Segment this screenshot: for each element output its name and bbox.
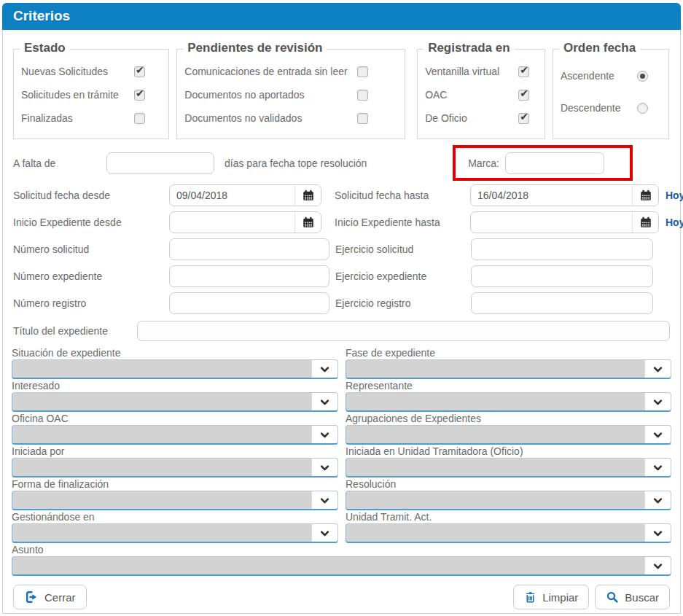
- calendar-icon: [302, 189, 315, 202]
- sign-out-icon: [24, 590, 39, 604]
- checkbox-comunicaciones-sin-leer[interactable]: [357, 66, 368, 77]
- chevron-down-icon: [319, 495, 330, 506]
- checkbox-label: De Oficio: [425, 112, 467, 124]
- select-label: Situación de expediente: [12, 347, 338, 359]
- select-asunto[interactable]: [12, 556, 671, 576]
- select-resolucion[interactable]: [346, 491, 671, 510]
- checkbox-documentos-no-validados[interactable]: [357, 113, 368, 124]
- numero-registro-input[interactable]: [169, 292, 329, 314]
- chevron-down-icon: [319, 462, 330, 473]
- chevron-down-icon: [652, 462, 663, 473]
- fieldset-registrada-en: Registrada en Ventanilla virtual OAC De …: [417, 49, 545, 139]
- fieldset-legend: Estado: [20, 41, 70, 55]
- field-label: Ejercicio expediente: [335, 270, 471, 282]
- select-iniciada-unidad-tramitadora[interactable]: [346, 458, 671, 477]
- solicitud-fecha-desde-input[interactable]: [170, 185, 294, 206]
- chevron-down-icon: [319, 528, 330, 539]
- checkbox-label: Documentos no validados: [184, 112, 302, 124]
- a-falta-row: A falta de días para fecha tope resoluci…: [3, 147, 680, 180]
- radio-ascendente[interactable]: [637, 71, 648, 82]
- checkbox-oac[interactable]: [518, 90, 529, 101]
- inicio-expediente-row: Inicio Expediente desde Inicio Expedient…: [3, 208, 680, 235]
- select-label: Agrupaciones de Expedientes: [346, 413, 671, 425]
- checkbox-de-oficio[interactable]: [518, 113, 529, 124]
- radio-descendente[interactable]: [637, 103, 648, 114]
- inicio-expediente-hasta-input[interactable]: [471, 212, 632, 233]
- select-label: Unidad Tramit. Act.: [346, 511, 671, 523]
- checkbox-label: Documentos no aportados: [184, 89, 304, 101]
- calendar-icon: [639, 216, 652, 229]
- checkbox-label: Comunicaciones de entrada sin leer: [184, 66, 347, 77]
- chevron-down-icon: [652, 397, 663, 408]
- criterios-panel: Criterios Estado Nuevas Solicitudes Soli…: [0, 0, 683, 616]
- a-falta-dias-input[interactable]: [106, 152, 214, 174]
- fieldset-pendientes-de-revision: Pendientes de revisión Comunicaciones de…: [176, 49, 405, 139]
- field-label: Solicitud fecha hasta: [335, 190, 470, 201]
- checkbox-finalizadas[interactable]: [134, 113, 145, 124]
- button-label: Limpiar: [542, 591, 578, 604]
- select-agrupaciones-expedientes[interactable]: [346, 425, 671, 445]
- fieldset-legend: Orden fecha: [559, 41, 640, 55]
- field-label: Título del expediente: [13, 325, 137, 337]
- ejercicio-registro-input[interactable]: [471, 292, 653, 314]
- select-representante[interactable]: [346, 392, 671, 412]
- calendar-button[interactable]: [294, 185, 321, 206]
- chevron-down-icon: [319, 429, 330, 440]
- inicio-expediente-desde-input[interactable]: [170, 212, 294, 233]
- hoy-link-solicitud[interactable]: Hoy: [666, 190, 683, 201]
- cerrar-button[interactable]: Cerrar: [13, 585, 87, 609]
- hoy-link-inicio[interactable]: Hoy: [666, 217, 683, 228]
- fieldset-estado: Estado Nuevas Solicitudes Solicitudes en…: [13, 49, 169, 139]
- chevron-down-icon: [319, 364, 330, 375]
- marca-field-group: Marca:: [468, 152, 604, 174]
- checkbox-label: Nuevas Solicitudes: [21, 66, 108, 77]
- select-oficina-oac[interactable]: [12, 425, 338, 445]
- field-label: Marca:: [468, 157, 499, 169]
- numero-expediente-row: Número expediente Ejercicio expediente: [3, 262, 680, 289]
- select-label: Resolución: [346, 478, 671, 491]
- button-label: Buscar: [625, 591, 659, 604]
- checkbox-label: OAC: [425, 89, 447, 101]
- select-label: Iniciada por: [12, 445, 338, 458]
- limpiar-button[interactable]: Limpiar: [513, 585, 589, 609]
- radio-label: Ascendente: [561, 70, 614, 82]
- select-label: Asunto: [12, 544, 671, 556]
- select-iniciada-por[interactable]: [12, 458, 338, 477]
- select-unidad-tramit-act[interactable]: [346, 523, 671, 543]
- solicitud-fecha-hasta-input[interactable]: [471, 185, 632, 206]
- calendar-button[interactable]: [632, 212, 658, 233]
- ejercicio-solicitud-input[interactable]: [471, 238, 653, 260]
- field-label: Número solicitud: [13, 243, 169, 255]
- inicio-expediente-desde-group: [169, 211, 321, 233]
- select-gestionandose-en[interactable]: [12, 523, 338, 543]
- ejercicio-expediente-input[interactable]: [471, 265, 653, 287]
- select-forma-finalizacion[interactable]: [12, 491, 338, 510]
- checkbox-nuevas-solicitudes[interactable]: [134, 66, 145, 77]
- numero-registro-row: Número registro Ejercicio registro: [3, 289, 680, 316]
- numero-expediente-input[interactable]: [169, 265, 329, 287]
- titulo-expediente-input[interactable]: [137, 321, 670, 341]
- select-fase-expediente[interactable]: [346, 359, 671, 379]
- checkbox-documentos-no-aportados[interactable]: [357, 90, 368, 101]
- select-interesado[interactable]: [12, 392, 338, 412]
- calendar-icon: [302, 216, 315, 229]
- chevron-down-icon: [319, 397, 330, 408]
- select-label: Representante: [346, 380, 671, 392]
- calendar-button[interactable]: [294, 212, 321, 233]
- chevron-down-icon: [652, 561, 663, 572]
- chevron-down-icon: [652, 364, 663, 375]
- trash-icon: [524, 590, 536, 604]
- radio-label: Descendente: [561, 102, 621, 114]
- numero-solicitud-input[interactable]: [169, 238, 329, 260]
- fieldset-orden-fecha: Orden fecha Ascendente Descendente: [553, 49, 669, 139]
- buscar-button[interactable]: Buscar: [595, 585, 670, 609]
- marca-input[interactable]: [505, 152, 604, 174]
- calendar-button[interactable]: [632, 185, 658, 206]
- select-situacion-expediente[interactable]: [12, 359, 338, 379]
- checkbox-ventanilla-virtual[interactable]: [518, 66, 529, 77]
- numero-solicitud-row: Número solicitud Ejercicio solicitud: [3, 235, 680, 262]
- checkbox-solicitudes-en-tramite[interactable]: [134, 90, 145, 101]
- solicitud-fecha-desde-group: [169, 184, 321, 206]
- search-icon: [606, 590, 619, 604]
- field-label: Ejercicio solicitud: [335, 243, 471, 255]
